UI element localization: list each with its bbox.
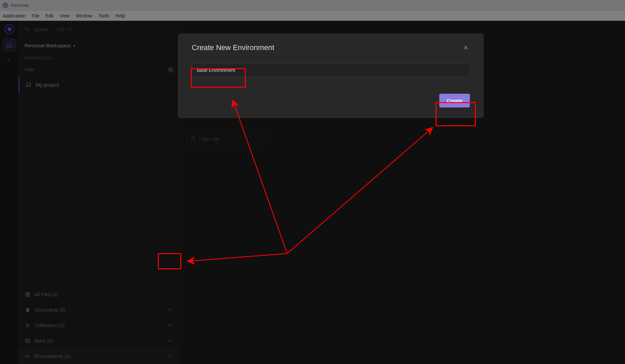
menu-help[interactable]: Help [116,13,125,18]
sidebar: Search.. Ctrl + P Personal Workspace ▼ P… [18,21,180,364]
search-shortcut-hint: Ctrl + P [57,27,73,32]
home-button[interactable] [3,38,16,52]
environment-name-input[interactable] [192,63,470,77]
grid-icon [25,291,31,298]
list-icon [25,322,31,328]
menu-file[interactable]: File [32,13,40,18]
svg-rect-3 [28,292,30,294]
code-icon [25,353,31,359]
nav-rail: + [0,21,18,364]
clock-icon [191,136,195,141]
category-label: All Files (2) [35,292,58,297]
category-documents[interactable]: Documents (0) + [18,302,180,318]
card-time-ago: 2 days ago [198,136,220,141]
project-filter-row: + [18,63,180,77]
search-bar[interactable]: Search.. Ctrl + P [18,21,180,38]
menu-tools[interactable]: Tools [98,13,109,18]
category-environments[interactable]: Environments (1) + [18,349,180,364]
home-icon [6,42,13,48]
modal-title: Create New Environment [192,43,274,52]
create-environment-modal: Create New Environment Create [178,34,484,118]
menu-edit[interactable]: Edit [45,13,53,18]
svg-rect-4 [26,295,27,297]
insomnia-logo-icon [4,24,14,34]
category-label: Documents (0) [35,307,65,313]
svg-rect-6 [26,339,30,340]
create-button[interactable]: Create [439,94,470,107]
add-mock-button[interactable]: + [166,337,174,345]
project-filter-input[interactable] [25,67,165,73]
category-label: Environments (1) [35,354,71,359]
menu-view[interactable]: View [59,13,70,18]
category-label: Collections (1) [35,323,64,328]
svg-rect-1 [27,83,31,86]
server-icon [25,338,31,344]
chevron-down-icon: ▼ [73,44,76,48]
add-environment-button[interactable]: + [166,352,174,360]
add-collection-button[interactable]: + [166,321,174,329]
project-item-label: My project [36,82,59,88]
add-document-button[interactable]: + [166,306,174,314]
add-project-button[interactable]: + [168,67,174,73]
search-placeholder: Search.. [33,27,51,32]
projects-header: PROJECTS (1) [18,53,180,63]
sidebar-project-item[interactable]: My project [18,77,180,93]
category-label: Mock (0) [35,338,53,344]
window-title: Insomnia [11,3,29,8]
laptop-icon [26,82,32,88]
workspace-name: Personal Workspace [25,43,71,48]
rail-add-button[interactable]: + [5,56,13,64]
menu-application[interactable]: Application [3,13,26,18]
search-icon [25,27,30,32]
category-all-files[interactable]: All Files (2) [18,287,180,302]
category-collections[interactable]: Collections (1) + [18,318,180,333]
svg-point-0 [26,28,28,31]
category-list: All Files (2) Documents (0) + Collection… [18,286,180,364]
workspace-selector[interactable]: Personal Workspace ▼ [18,38,180,53]
window-title-bar: Insomnia [0,0,625,11]
file-icon [25,307,31,313]
close-icon [463,45,468,50]
svg-rect-2 [26,292,27,294]
category-mock[interactable]: Mock (0) + [18,333,180,349]
menu-window[interactable]: Window [76,13,92,18]
svg-rect-7 [26,341,30,343]
close-button[interactable] [462,44,470,52]
menu-bar: Application File Edit View Window Tools … [0,11,625,21]
file-card-footer[interactable]: 2 days ago [186,133,264,144]
svg-rect-5 [28,295,30,297]
app-logo-icon [3,3,8,8]
